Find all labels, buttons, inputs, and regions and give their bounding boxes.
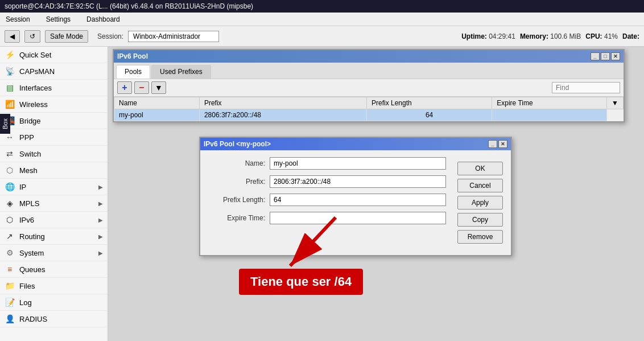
maximize-button[interactable]: □ [601,52,610,60]
find-container [552,82,620,93]
form-row-prefix: Prefix: [207,175,446,188]
dialog-window-controls: _ ✕ [488,140,507,148]
wireless-icon: 📶 [5,99,15,109]
sidebar-label-capsman: CAPsMAN [19,67,55,76]
memory-label: Memory: 100.6 MiB [520,32,581,40]
find-input[interactable] [552,82,620,93]
sidebar-label-mesh: Mesh [19,166,38,175]
cancel-button[interactable]: Cancel [457,179,503,192]
sidebar-item-bridge[interactable]: 🌉 Bridge [0,113,108,129]
col-dropdown[interactable]: ▼ [607,97,624,109]
cell-prefix-length: 64 [366,109,492,121]
sidebar-item-ppp[interactable]: ↔ PPP [0,129,108,146]
sidebar-item-switch[interactable]: ⇄ Switch [0,146,108,162]
tab-pools[interactable]: Pools [116,65,150,79]
sidebar-item-capsman[interactable]: 📡 CAPsMAN [0,63,108,80]
sidebar-item-ipv6[interactable]: ⬡ IPv6 [0,212,108,228]
label-expire-time: Expire Time: [207,214,270,222]
sidebar-label-interfaces: Interfaces [19,84,52,92]
form-row-prefix-length: Prefix Length: [207,194,446,206]
col-prefix[interactable]: Prefix [199,97,366,109]
table-container: Name Prefix Prefix Length Expire Time ▼ … [114,97,624,121]
sidebar-item-mpls[interactable]: ◈ MPLS [0,195,108,212]
top-bar: soporte@C4:AD:34:7E:92:5C (L... (64bit) … [0,0,644,13]
col-name[interactable]: Name [114,97,200,109]
sidebar-label-switch: Switch [19,150,41,158]
input-expire-time[interactable] [270,212,446,224]
sidebar-item-queues[interactable]: ≡ Queues [0,261,108,278]
side-label: Box [0,114,10,134]
col-prefix-length[interactable]: Prefix Length [366,97,492,109]
app-title: soporte@C4:AD:34:7E:92:5C (L... (64bit) … [5,2,639,10]
label-prefix: Prefix: [207,178,270,186]
sidebar: ⚡ Quick Set 📡 CAPsMAN ▤ Interfaces 📶 Wir… [0,47,108,341]
cpu-label: CPU: 41% [585,32,618,40]
dialog-buttons: OK Cancel Apply Copy Remove [453,157,504,248]
table-toolbar: + − ▼ [114,79,624,97]
date-label: Date: [622,32,639,40]
remove-button[interactable]: Remove [457,230,503,244]
col-expire-time[interactable]: Expire Time [492,97,607,109]
ipv6-pool-window: IPv6 Pool _ □ ✕ Pools Used Prefixes + − … [113,49,625,122]
form-body: Name: Prefix: Prefix Length: [200,150,511,255]
interfaces-icon: ▤ [5,83,15,93]
copy-button[interactable]: Copy [457,213,503,227]
ok-button[interactable]: OK [457,162,503,175]
close-button[interactable]: ✕ [611,52,620,60]
menu-settings[interactable]: Settings [43,14,74,24]
sidebar-label-system: System [19,249,44,257]
sidebar-label-quick-set: Quick Set [19,51,51,59]
input-prefix-length[interactable] [270,194,446,206]
uptime-label: Uptime: 04:29:41 [461,32,515,40]
add-button[interactable]: + [117,81,132,94]
input-name[interactable] [270,157,446,170]
back-button[interactable]: ◀ [5,30,20,43]
sidebar-label-ip: IP [19,183,26,191]
sidebar-label-wireless: Wireless [19,100,48,109]
menu-dashboard[interactable]: Dashboard [83,14,123,24]
sidebar-item-log[interactable]: 📝 Log [0,294,108,311]
sidebar-label-ppp: PPP [19,133,34,142]
menu-session[interactable]: Session [2,14,34,24]
label-name: Name: [207,159,270,167]
ip-icon: 🌐 [5,182,15,192]
dialog-close-button[interactable]: ✕ [498,140,507,148]
safe-mode-button[interactable]: Safe Mode [45,30,88,43]
sidebar-item-system[interactable]: ⚙ System [0,245,108,261]
sidebar-label-log: Log [19,298,32,307]
sidebar-item-mesh[interactable]: ⬡ Mesh [0,162,108,179]
session-value: Winbox-Administrador [128,31,219,42]
minimize-button[interactable]: _ [591,52,600,60]
form-row-expire-time: Expire Time: [207,212,446,224]
capsman-icon: 📡 [5,66,15,76]
refresh-button[interactable]: ↺ [24,30,40,43]
mesh-icon: ⬡ [5,165,15,175]
ipv6-pool-title: IPv6 Pool [117,52,591,60]
routing-icon: ↗ [5,231,15,241]
sidebar-item-interfaces[interactable]: ▤ Interfaces [0,80,108,96]
sidebar-item-files[interactable]: 📁 Files [0,278,108,294]
filter-button[interactable]: ▼ [151,81,166,94]
ipv6-pool-titlebar: IPv6 Pool _ □ ✕ [114,50,624,63]
content-area: IPv6 Pool _ □ ✕ Pools Used Prefixes + − … [108,47,644,341]
sidebar-item-wireless[interactable]: 📶 Wireless [0,96,108,113]
sidebar-item-ip[interactable]: 🌐 IP [0,179,108,195]
sidebar-item-routing[interactable]: ↗ Routing [0,228,108,245]
sidebar-item-quick-set[interactable]: ⚡ Quick Set [0,47,108,63]
session-label: Session: [97,32,123,40]
input-prefix[interactable] [270,175,446,188]
quick-set-icon: ⚡ [5,50,15,60]
cell-name: my-pool [114,109,200,121]
dialog-minimize-button[interactable]: _ [488,140,497,148]
cell-expire-time [492,109,607,121]
sidebar-label-queues: Queues [19,265,46,274]
apply-button[interactable]: Apply [457,196,503,209]
remove-button[interactable]: − [134,81,149,94]
switch-icon: ⇄ [5,149,15,159]
table-row[interactable]: my-pool 2806:3f7:a200::/48 64 [114,109,624,121]
label-prefix-length: Prefix Length: [207,196,270,204]
sidebar-item-radius[interactable]: 👤 RADIUS [0,311,108,327]
tab-used-prefixes[interactable]: Used Prefixes [151,65,211,79]
toolbar: ◀ ↺ Safe Mode Session: Winbox-Administra… [0,26,644,47]
tab-bar: Pools Used Prefixes [114,63,624,79]
